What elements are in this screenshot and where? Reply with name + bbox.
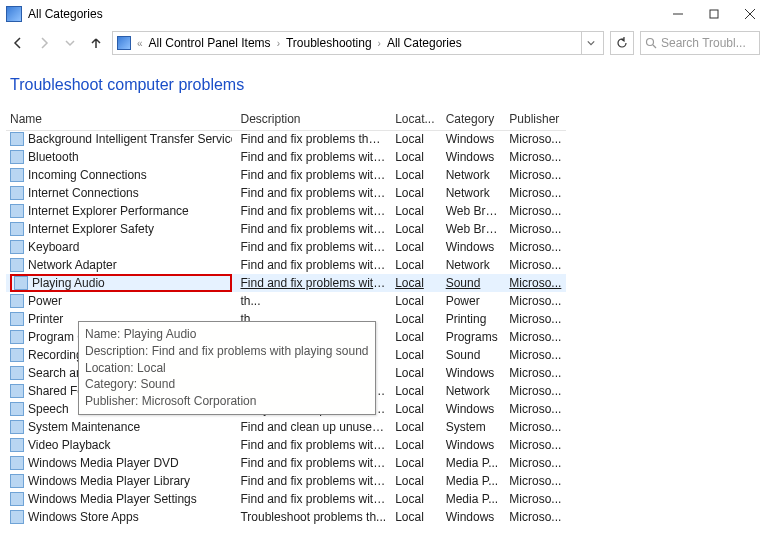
table-row[interactable]: Windows Media Player DVDFind and fix pro… bbox=[6, 454, 566, 472]
item-category: Web Bro... bbox=[442, 220, 506, 238]
item-publisher: Microso... bbox=[505, 310, 566, 328]
item-location: Local bbox=[391, 346, 442, 364]
item-publisher: Microso... bbox=[505, 292, 566, 310]
troubleshooter-table: Name Description Locat... Category Publi… bbox=[6, 108, 566, 526]
item-category: Windows bbox=[442, 130, 506, 148]
table-row[interactable]: Windows Media Player SettingsFind and fi… bbox=[6, 490, 566, 508]
column-header-description[interactable]: Description bbox=[236, 108, 391, 130]
column-header-category[interactable]: Category bbox=[442, 108, 506, 130]
item-publisher: Microso... bbox=[505, 346, 566, 364]
chevron-right-icon: › bbox=[378, 38, 381, 49]
table-row[interactable]: System MaintenanceFind and clean up unus… bbox=[6, 418, 566, 436]
item-description: Find and fix problems with... bbox=[236, 166, 391, 184]
tooltip: Name: Playing Audio Description: Find an… bbox=[78, 321, 376, 415]
breadcrumb-item[interactable]: All Control Panel Items bbox=[149, 36, 271, 50]
tooltip-loc-value: Local bbox=[137, 361, 166, 375]
item-category: Media P... bbox=[442, 490, 506, 508]
column-header-publisher[interactable]: Publisher bbox=[505, 108, 566, 130]
item-location: Local bbox=[391, 310, 442, 328]
troubleshooter-icon bbox=[10, 186, 24, 200]
table-row[interactable]: Internet Explorer SafetyFind and fix pro… bbox=[6, 220, 566, 238]
item-publisher: Microso... bbox=[505, 508, 566, 526]
breadcrumb-item[interactable]: Troubleshooting bbox=[286, 36, 372, 50]
table-row[interactable]: Windows Store AppsTroubleshoot problems … bbox=[6, 508, 566, 526]
item-location: Local bbox=[391, 382, 442, 400]
troubleshooter-icon bbox=[10, 348, 24, 362]
item-description: Find and fix problems with... bbox=[236, 184, 391, 202]
troubleshooter-icon bbox=[10, 330, 24, 344]
tooltip-cat-value: Sound bbox=[140, 377, 175, 391]
up-button[interactable] bbox=[86, 33, 106, 53]
item-category: Windows bbox=[442, 148, 506, 166]
item-publisher: Microso... bbox=[505, 220, 566, 238]
back-button[interactable] bbox=[8, 33, 28, 53]
svg-point-4 bbox=[647, 39, 654, 46]
table-row[interactable]: Internet Explorer PerformanceFind and fi… bbox=[6, 202, 566, 220]
item-description: Find and fix problems with... bbox=[236, 202, 391, 220]
troubleshooter-icon bbox=[10, 222, 24, 236]
control-panel-icon bbox=[117, 36, 131, 50]
window-title: All Categories bbox=[28, 7, 103, 21]
item-category: Web Bro... bbox=[442, 202, 506, 220]
table-row[interactable]: Playing AudioFind and fix problems with.… bbox=[6, 274, 566, 292]
item-name: Playing Audio bbox=[32, 276, 105, 290]
item-category: Network bbox=[442, 382, 506, 400]
item-name: System Maintenance bbox=[28, 420, 140, 434]
table-row[interactable]: Incoming ConnectionsFind and fix problem… bbox=[6, 166, 566, 184]
item-location: Local bbox=[391, 256, 442, 274]
table-row[interactable]: Powerth...LocalPowerMicroso... bbox=[6, 292, 566, 310]
recent-locations-button[interactable] bbox=[60, 33, 80, 53]
troubleshooter-icon bbox=[10, 258, 24, 272]
table-row[interactable]: Video PlaybackFind and fix problems with… bbox=[6, 436, 566, 454]
refresh-button[interactable] bbox=[610, 31, 634, 55]
item-name: Windows Media Player DVD bbox=[28, 456, 179, 470]
search-icon bbox=[645, 37, 657, 49]
breadcrumb-item[interactable]: All Categories bbox=[387, 36, 462, 50]
table-row[interactable]: Internet ConnectionsFind and fix problem… bbox=[6, 184, 566, 202]
table-row[interactable]: BluetoothFind and fix problems with...Lo… bbox=[6, 148, 566, 166]
item-description: Find and fix problems with... bbox=[236, 472, 391, 490]
troubleshooter-icon bbox=[10, 294, 24, 308]
troubleshooter-icon bbox=[10, 474, 24, 488]
table-row[interactable]: Windows Media Player LibraryFind and fix… bbox=[6, 472, 566, 490]
item-location: Local bbox=[391, 184, 442, 202]
item-publisher: Microso... bbox=[505, 328, 566, 346]
item-location: Local bbox=[391, 202, 442, 220]
item-description: Troubleshoot problems th... bbox=[236, 508, 391, 526]
search-input[interactable]: Search Troubl... bbox=[640, 31, 760, 55]
item-location: Local bbox=[391, 238, 442, 256]
breadcrumb[interactable]: « All Control Panel Items › Troubleshoot… bbox=[112, 31, 604, 55]
item-publisher: Microso... bbox=[505, 238, 566, 256]
item-name: Keyboard bbox=[28, 240, 79, 254]
item-name: Incoming Connections bbox=[28, 168, 147, 182]
item-location: Local bbox=[391, 166, 442, 184]
forward-button[interactable] bbox=[34, 33, 54, 53]
item-location: Local bbox=[391, 436, 442, 454]
column-header-location[interactable]: Locat... bbox=[391, 108, 442, 130]
table-header-row: Name Description Locat... Category Publi… bbox=[6, 108, 566, 130]
troubleshooter-icon bbox=[10, 132, 24, 146]
item-publisher: Microso... bbox=[505, 418, 566, 436]
item-location: Local bbox=[391, 472, 442, 490]
close-button[interactable] bbox=[732, 1, 768, 27]
item-category: Network bbox=[442, 256, 506, 274]
item-category: Printing bbox=[442, 310, 506, 328]
item-location: Local bbox=[391, 364, 442, 382]
table-row[interactable]: Background Intelligent Transfer ServiceF… bbox=[6, 130, 566, 148]
table-row[interactable]: KeyboardFind and fix problems with...Loc… bbox=[6, 238, 566, 256]
minimize-button[interactable] bbox=[660, 1, 696, 27]
address-bar: « All Control Panel Items › Troubleshoot… bbox=[0, 28, 768, 58]
item-location: Local bbox=[391, 292, 442, 310]
maximize-button[interactable] bbox=[696, 1, 732, 27]
item-location: Local bbox=[391, 418, 442, 436]
address-dropdown[interactable] bbox=[581, 31, 599, 55]
troubleshooter-icon bbox=[14, 276, 28, 290]
item-name: Internet Explorer Performance bbox=[28, 204, 189, 218]
troubleshooter-icon bbox=[10, 510, 24, 524]
item-name: Internet Explorer Safety bbox=[28, 222, 154, 236]
table-row[interactable]: Network AdapterFind and fix problems wit… bbox=[6, 256, 566, 274]
column-header-name[interactable]: Name bbox=[6, 108, 236, 130]
item-description: Find and clean up unused f... bbox=[236, 418, 391, 436]
troubleshooter-icon bbox=[10, 438, 24, 452]
item-description: Find and fix problems with... bbox=[236, 148, 391, 166]
